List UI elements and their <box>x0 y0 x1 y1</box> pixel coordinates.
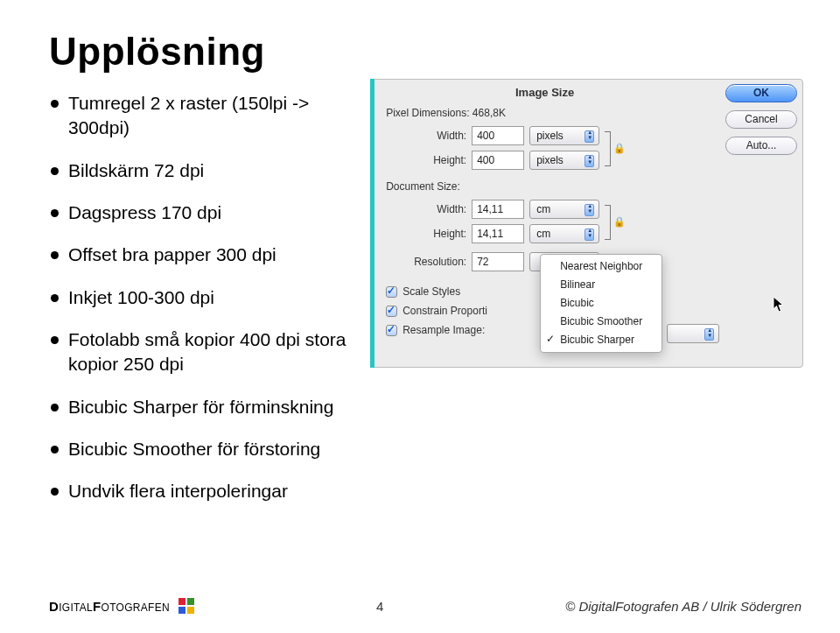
link-bracket <box>605 131 611 166</box>
menu-item[interactable]: Bicubic Smoother <box>541 313 662 331</box>
bullet-list: Tumregel 2 x raster (150lpi -> 300dpi) B… <box>49 86 354 522</box>
list-item: Bicubic Sharper för förminskning <box>49 395 354 419</box>
doc-height-label: Height: <box>403 228 466 240</box>
cursor-icon <box>773 296 785 313</box>
resolution-label: Resolution: <box>403 256 466 268</box>
content-row: Tumregel 2 x raster (150lpi -> 300dpi) B… <box>49 86 803 522</box>
list-item: Tumregel 2 x raster (150lpi -> 300dpi) <box>49 91 354 141</box>
document-size-label: Document Size: <box>386 180 460 193</box>
constrain-proportions-checkbox[interactable] <box>386 306 397 317</box>
image-size-dialog: Image Size OK Cancel Auto... Pixel Dimen… <box>370 79 803 368</box>
chevron-updown-icon: ▲▼ <box>587 228 593 238</box>
px-width-label: Width: <box>403 130 466 142</box>
cancel-button[interactable]: Cancel <box>725 110 797 129</box>
resolution-input[interactable]: 72 <box>472 252 524 271</box>
px-height-label: Height: <box>403 154 466 166</box>
pixel-dimensions-label: Pixel Dimensions: 468,8K <box>386 107 506 119</box>
chevron-updown-icon: ▲▼ <box>707 327 713 338</box>
brand-text: IGITAL <box>59 601 93 614</box>
menu-item[interactable]: Bilinear <box>541 276 662 294</box>
menu-item[interactable]: Bicubic <box>541 294 662 313</box>
page-title: Upplösning <box>49 30 803 74</box>
chevron-updown-icon: ▲▼ <box>587 154 593 165</box>
list-item: Dagspress 170 dpi <box>49 200 354 225</box>
footer: DIGITALFOTOGRAFEN 4 © DigitalFotografen … <box>0 598 840 614</box>
list-item: Fotolabb små kopior 400 dpi stora kopior… <box>49 327 354 377</box>
lock-icon: 🔒 <box>613 216 624 229</box>
dialog-buttons: OK Cancel Auto... <box>725 84 797 155</box>
list-item: Offset bra papper 300 dpi <box>49 243 354 267</box>
doc-width-label: Width: <box>403 203 466 215</box>
resample-combo[interactable]: ▲▼ <box>667 324 719 343</box>
resample-method-menu[interactable]: Nearest Neighbor Bilinear Bicubic Bicubi… <box>540 254 662 353</box>
resample-image-checkbox[interactable] <box>386 325 397 336</box>
scale-styles-checkbox[interactable] <box>386 286 397 298</box>
scale-styles-label: Scale Styles <box>402 285 460 298</box>
copyright: © DigitalFotografen AB / Ulrik Södergren <box>565 599 802 614</box>
brand: DIGITALFOTOGRAFEN <box>49 598 194 614</box>
ok-button[interactable]: OK <box>725 84 797 102</box>
px-height-unit-select[interactable]: pixels▲▼ <box>529 151 599 170</box>
window-edge <box>370 79 374 368</box>
brand-text: OTOGRAFEN <box>102 601 171 614</box>
unit-label: cm <box>536 228 550 240</box>
chevron-updown-icon: ▲▼ <box>587 203 593 214</box>
unit-label: cm <box>536 203 550 215</box>
list-item: Undvik flera interpoleringar <box>49 479 354 503</box>
brand-letter: F <box>93 599 101 614</box>
px-height-input[interactable]: 400 <box>472 151 524 170</box>
page-number: 4 <box>376 599 383 614</box>
resample-image-label: Resample Image: <box>402 324 485 336</box>
slide: Upplösning Tumregel 2 x raster (150lpi -… <box>0 0 840 633</box>
unit-label: pixels <box>536 130 564 142</box>
menu-item-selected[interactable]: Bicubic Sharper <box>541 331 662 349</box>
px-width-unit-select[interactable]: pixels▲▼ <box>529 126 599 145</box>
dialog-title: Image Size <box>370 86 719 99</box>
doc-height-input[interactable]: 14,11 <box>472 224 524 243</box>
lock-icon: 🔒 <box>613 143 624 155</box>
brand-letter: D <box>49 599 59 614</box>
doc-width-unit-select[interactable]: cm▲▼ <box>529 200 599 219</box>
unit-label: pixels <box>536 154 564 166</box>
list-item: Bicubic Smoother för förstoring <box>49 437 354 461</box>
list-item: Inkjet 100-300 dpi <box>49 285 354 310</box>
link-bracket <box>605 205 611 240</box>
chevron-updown-icon: ▲▼ <box>587 130 593 140</box>
brand-logo-icon <box>178 598 194 614</box>
list-item: Bildskärm 72 dpi <box>49 158 354 183</box>
px-width-input[interactable]: 400 <box>472 126 524 145</box>
doc-width-input[interactable]: 14,11 <box>472 200 524 219</box>
menu-item[interactable]: Nearest Neighbor <box>541 257 662 276</box>
auto-button[interactable]: Auto... <box>725 137 797 155</box>
doc-height-unit-select[interactable]: cm▲▼ <box>529 224 599 243</box>
constrain-proportions-label: Constrain Proporti <box>402 305 487 317</box>
